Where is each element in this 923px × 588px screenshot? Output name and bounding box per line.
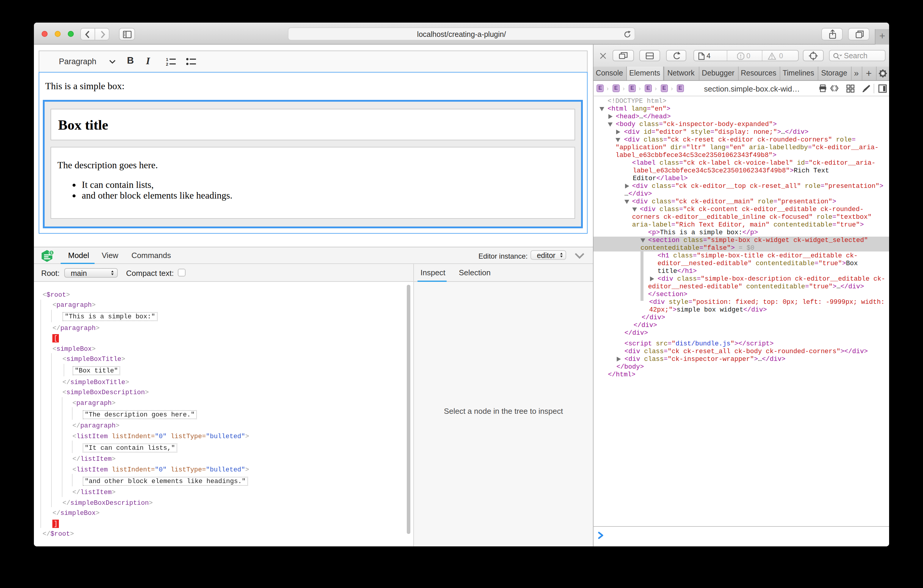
svg-text:1: 1 — [166, 57, 168, 62]
svg-text:2: 2 — [166, 62, 168, 66]
svg-text:5: 5 — [51, 251, 53, 255]
